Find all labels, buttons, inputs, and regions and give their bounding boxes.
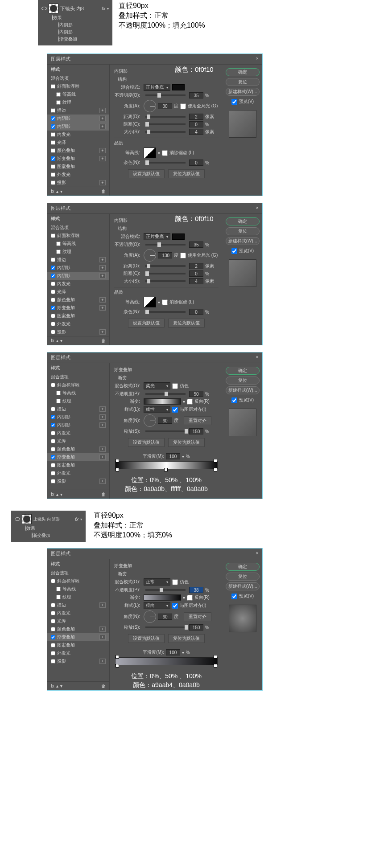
dither-checkbox[interactable] <box>172 383 178 389</box>
gradient-stop[interactable] <box>116 468 119 471</box>
gradient-stop[interactable] <box>214 655 217 659</box>
blend-mode-select[interactable]: 柔光 <box>144 382 170 389</box>
style-bevel[interactable]: 斜面和浮雕 <box>47 82 109 90</box>
styles-header[interactable]: 样式 <box>47 66 109 74</box>
smooth-input[interactable]: 100 <box>166 453 180 459</box>
style-inner-shadow[interactable]: 内阴影+ <box>47 115 109 123</box>
arrow-up-icon[interactable]: ▴ <box>56 338 58 343</box>
gradient-stop[interactable] <box>214 459 217 463</box>
angle-input[interactable]: 60 <box>158 614 172 620</box>
style-texture[interactable]: 纹理 <box>47 397 109 405</box>
ok-button[interactable]: 确定 <box>226 217 260 225</box>
add-icon[interactable]: + <box>99 156 106 161</box>
noise-input[interactable]: 0 <box>189 309 203 315</box>
make-default-button[interactable]: 设置为默认值 <box>128 634 165 643</box>
opacity-slider[interactable] <box>145 94 186 96</box>
style-gradient-overlay[interactable]: 渐变叠加+ <box>47 453 109 461</box>
close-icon[interactable]: × <box>256 205 259 212</box>
style-gradient-overlay[interactable]: 渐变叠加+ <box>47 633 109 641</box>
gradient-stop[interactable] <box>116 655 119 659</box>
style-drop-shadow[interactable]: 投影+ <box>47 477 109 485</box>
style-pattern-overlay[interactable]: 图案叠加 <box>47 641 109 649</box>
style-drop-shadow[interactable]: 投影+ <box>47 657 109 665</box>
opacity-input[interactable]: 35 <box>189 242 203 248</box>
style-outer-glow[interactable]: 外发光 <box>47 320 109 328</box>
style-gradient-overlay[interactable]: 渐变叠加+ <box>47 304 109 312</box>
style-contour[interactable]: 等高线 <box>47 585 109 593</box>
new-style-button[interactable]: 新建样式(W)... <box>226 88 260 96</box>
layer-thumb[interactable] <box>49 4 58 13</box>
style-contour[interactable]: 等高线 <box>47 240 109 248</box>
ok-button[interactable]: 确定 <box>226 367 260 375</box>
blend-options[interactable]: 混合选项 <box>47 569 109 577</box>
close-icon[interactable]: × <box>256 354 259 361</box>
trash-icon[interactable]: 🗑 <box>101 492 106 497</box>
ok-button[interactable]: 确定 <box>226 563 260 571</box>
antialias-checkbox[interactable] <box>162 150 168 156</box>
new-style-button[interactable]: 新建样式(W)... <box>226 386 260 394</box>
style-inner-shadow[interactable]: 内阴影+ <box>47 413 109 421</box>
scale-slider[interactable] <box>145 430 186 432</box>
choke-slider[interactable] <box>145 273 186 274</box>
choke-slider[interactable] <box>145 123 186 125</box>
style-drop-shadow[interactable]: 投影+ <box>47 179 109 187</box>
add-icon[interactable]: + <box>99 108 106 113</box>
trash-icon[interactable]: 🗑 <box>101 684 106 688</box>
reset-default-button[interactable]: 复位为默认值 <box>168 634 205 643</box>
cancel-button[interactable]: 复位 <box>226 377 260 385</box>
style-inner-shadow-2[interactable]: 内阴影+ <box>47 272 109 280</box>
gradient-stop[interactable] <box>116 664 119 667</box>
visibility-icon[interactable] <box>15 517 20 521</box>
color-swatch[interactable] <box>172 84 185 90</box>
preview-checkbox[interactable] <box>231 99 237 105</box>
style-inner-glow[interactable]: 内发光 <box>47 280 109 288</box>
make-default-button[interactable]: 设置为默认值 <box>128 438 165 447</box>
chevron-down-icon[interactable]: ▾ <box>182 650 184 655</box>
close-icon[interactable]: × <box>256 56 259 62</box>
opacity-input[interactable]: 38 <box>189 587 203 593</box>
new-style-button[interactable]: 新建样式(W)... <box>226 582 260 590</box>
fx-icon[interactable]: fx <box>75 517 78 522</box>
style-bevel[interactable]: 斜面和浮雕 <box>47 232 109 240</box>
reset-align-button[interactable]: 重置对齐 <box>184 612 211 621</box>
reset-default-button[interactable]: 复位为默认值 <box>168 319 205 328</box>
angle-dial[interactable] <box>144 610 156 623</box>
style-satin[interactable]: 光泽 <box>47 437 109 445</box>
size-input[interactable]: 4 <box>189 278 203 284</box>
reset-default-button[interactable]: 复位为默认值 <box>168 438 205 447</box>
cancel-button[interactable]: 复位 <box>226 78 260 86</box>
style-texture[interactable]: 纹理 <box>47 593 109 601</box>
style-texture[interactable]: 纹理 <box>47 248 109 256</box>
fx-icon[interactable]: fx <box>51 684 54 688</box>
antialias-checkbox[interactable] <box>162 299 168 305</box>
align-checkbox[interactable] <box>172 407 178 413</box>
contour-picker[interactable] <box>144 297 156 307</box>
new-style-button[interactable]: 新建样式(W)... <box>226 237 260 245</box>
style-satin[interactable]: 光泽 <box>47 617 109 625</box>
styles-header[interactable]: 样式 <box>47 215 109 223</box>
style-stroke[interactable]: 描边+ <box>47 405 109 413</box>
layer-row[interactable]: 上镜头 内 矩形 fx ▾ <box>15 513 82 525</box>
opacity-input[interactable]: 50 <box>189 391 203 397</box>
style-color-overlay[interactable]: 颜色叠加+ <box>47 147 109 155</box>
size-input[interactable]: 4 <box>189 129 203 135</box>
noise-slider[interactable] <box>145 311 186 313</box>
trash-icon[interactable]: 🗑 <box>101 189 106 194</box>
cancel-button[interactable]: 复位 <box>226 227 260 235</box>
gradient-stop[interactable] <box>214 468 217 471</box>
preview-checkbox[interactable] <box>231 397 237 403</box>
distance-slider[interactable] <box>145 265 186 267</box>
style-outer-glow[interactable]: 外发光 <box>47 171 109 179</box>
fx-icon[interactable]: fx <box>51 338 54 343</box>
style-outer-glow[interactable]: 外发光 <box>47 649 109 657</box>
style-inner-glow[interactable]: 内发光 <box>47 429 109 437</box>
chevron-down-icon[interactable]: ▾ <box>183 399 185 404</box>
close-icon[interactable]: × <box>256 550 259 557</box>
size-slider[interactable] <box>145 280 186 282</box>
make-default-button[interactable]: 设置为默认值 <box>128 319 165 328</box>
angle-input[interactable]: 30 <box>158 103 172 109</box>
opacity-input[interactable]: 35 <box>189 92 203 98</box>
preview-checkbox[interactable] <box>231 248 237 254</box>
style-color-overlay[interactable]: 颜色叠加+ <box>47 296 109 304</box>
smooth-input[interactable]: 100 <box>166 649 180 655</box>
